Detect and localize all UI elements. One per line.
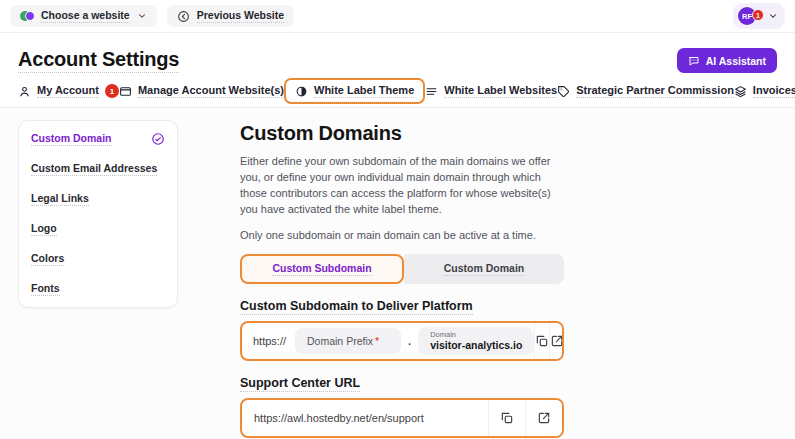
sidebar-item-label: Custom Email Addresses xyxy=(31,162,157,176)
settings-sidebar: Custom Domain Custom Email Addresses Leg… xyxy=(18,120,178,308)
sidebar-item-fonts[interactable]: Fonts xyxy=(19,274,177,304)
copy-support-url-button[interactable] xyxy=(488,400,525,436)
browser-icon xyxy=(119,85,132,98)
section-note: Only one subdomain or main domain can be… xyxy=(240,229,564,241)
domain-prefix-placeholder: Domain Prefix xyxy=(307,335,373,347)
website-favicon-icon xyxy=(20,10,34,22)
tab-white-label-websites[interactable]: White Label Websites xyxy=(425,84,557,98)
tab-badge: 1 xyxy=(105,84,119,98)
sidebar-item-label: Colors xyxy=(31,252,64,266)
sidebar-item-custom-email-addresses[interactable]: Custom Email Addresses xyxy=(19,154,177,184)
page-title: Account Settings xyxy=(18,48,179,73)
sidebar-item-label: Logo xyxy=(31,222,57,236)
domain-select-label: Domain xyxy=(430,330,522,339)
segment-label: Custom Domain xyxy=(444,262,525,276)
domain-select[interactable]: Domain visitor-analytics.io xyxy=(418,327,534,355)
domain-prefix-input[interactable]: Domain Prefix* xyxy=(295,328,401,354)
ai-assistant-label: AI Assistant xyxy=(706,55,766,67)
layers-icon xyxy=(734,85,747,98)
sidebar-item-label: Legal Links xyxy=(31,192,89,206)
tab-label: Manage Account Website(s) xyxy=(138,84,284,98)
tab-manage-account-websites[interactable]: Manage Account Website(s) xyxy=(119,84,284,98)
protocol-prefix: https:// xyxy=(253,335,286,347)
required-marker: * xyxy=(375,335,379,347)
copy-subdomain-button[interactable] xyxy=(534,323,549,359)
tab-label: White Label Theme xyxy=(314,84,414,98)
sidebar-item-legal-links[interactable]: Legal Links xyxy=(19,184,177,214)
tag-icon xyxy=(557,85,570,98)
tab-white-label-theme[interactable]: White Label Theme xyxy=(284,78,425,104)
sidebar-item-label: Custom Domain xyxy=(31,132,112,146)
support-section-heading: Support Center URL xyxy=(240,376,360,392)
content-area: Custom Domain Custom Email Addresses Leg… xyxy=(0,108,795,439)
settings-tabs: My Account 1 Manage Account Website(s) W… xyxy=(0,82,795,108)
subdomain-section-heading: Custom Subdomain to Deliver Platform xyxy=(240,299,473,315)
tab-label: Invoices xyxy=(753,84,795,98)
list-icon xyxy=(425,85,438,98)
sidebar-item-logo[interactable]: Logo xyxy=(19,214,177,244)
support-url-value: https://awl.hostedby.net/en/support xyxy=(254,412,424,424)
user-menu[interactable]: RF 1 xyxy=(733,3,785,29)
support-url-row: https://awl.hostedby.net/en/support xyxy=(240,398,564,438)
external-link-icon xyxy=(537,411,551,425)
user-icon xyxy=(18,85,31,98)
section-title: Custom Domains xyxy=(240,122,564,145)
page-header: Account Settings AI Assistant xyxy=(0,33,795,82)
website-selector-label: Choose a website xyxy=(41,9,130,23)
tab-my-account[interactable]: My Account 1 xyxy=(18,84,119,98)
subdomain-field-row: https:// Domain Prefix* . Domain visitor… xyxy=(240,321,564,361)
previous-website-button[interactable]: Previous Website xyxy=(167,5,294,27)
chat-bubble-icon xyxy=(688,55,700,67)
domain-mode-segmented-control: Custom Subdomain Custom Domain xyxy=(240,254,564,284)
sidebar-item-label: Fonts xyxy=(31,282,60,296)
check-circle-icon xyxy=(151,132,165,146)
notification-badge: 1 xyxy=(752,9,764,21)
previous-website-label: Previous Website xyxy=(197,9,284,23)
tab-label: Strategic Partner Commission xyxy=(576,84,734,98)
tab-strategic-partner-commission[interactable]: Strategic Partner Commission xyxy=(557,84,734,98)
external-link-icon xyxy=(550,334,564,348)
tab-invoices[interactable]: Invoices xyxy=(734,84,795,98)
domain-select-value: visitor-analytics.io xyxy=(430,339,522,351)
tab-label: My Account xyxy=(37,84,99,98)
website-selector[interactable]: Choose a website xyxy=(10,5,157,27)
custom-domains-panel: Custom Domains Either define your own su… xyxy=(240,120,564,439)
sidebar-item-colors[interactable]: Colors xyxy=(19,244,177,274)
segment-label: Custom Subdomain xyxy=(272,262,371,276)
chevron-down-icon xyxy=(768,11,778,21)
copy-icon xyxy=(500,411,514,425)
contrast-icon xyxy=(295,85,308,98)
section-description: Either define your own subdomain of the … xyxy=(240,154,564,218)
domain-separator: . xyxy=(408,335,411,347)
segment-custom-subdomain[interactable]: Custom Subdomain xyxy=(240,254,404,284)
top-bar: Choose a website Previous Website RF 1 xyxy=(0,0,795,33)
segment-custom-domain[interactable]: Custom Domain xyxy=(404,254,564,284)
ai-assistant-button[interactable]: AI Assistant xyxy=(677,48,777,73)
open-subdomain-button[interactable] xyxy=(549,323,564,359)
copy-icon xyxy=(535,334,549,348)
chevron-down-icon xyxy=(137,11,147,21)
open-support-url-button[interactable] xyxy=(525,400,562,436)
arrow-left-circle-icon xyxy=(177,10,190,23)
sidebar-item-custom-domain[interactable]: Custom Domain xyxy=(19,124,177,154)
tab-label: White Label Websites xyxy=(444,84,557,98)
